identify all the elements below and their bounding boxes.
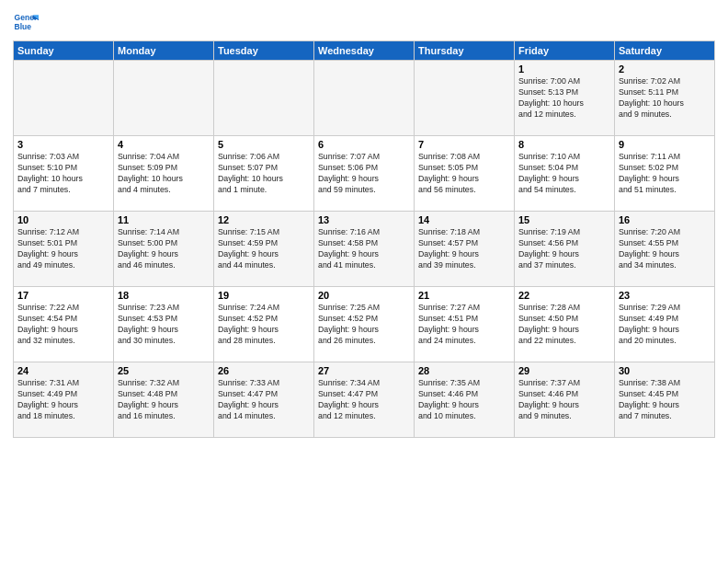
header-wednesday: Wednesday [314, 41, 415, 61]
day-info: Sunrise: 7:25 AM Sunset: 4:52 PM Dayligh… [318, 303, 410, 347]
day-number: 23 [619, 290, 711, 301]
calendar-cell: 5Sunrise: 7:06 AM Sunset: 5:07 PM Daylig… [214, 136, 314, 212]
day-info: Sunrise: 7:22 AM Sunset: 4:54 PM Dayligh… [17, 303, 109, 347]
logo-icon: General Blue [13, 9, 39, 35]
calendar-cell: 4Sunrise: 7:04 AM Sunset: 5:09 PM Daylig… [114, 136, 214, 212]
header-monday: Monday [114, 41, 214, 61]
day-info: Sunrise: 7:11 AM Sunset: 5:02 PM Dayligh… [619, 152, 711, 196]
calendar-cell: 30Sunrise: 7:38 AM Sunset: 4:45 PM Dayli… [615, 362, 715, 438]
day-number: 1 [518, 63, 610, 75]
calendar-cell: 25Sunrise: 7:32 AM Sunset: 4:48 PM Dayli… [114, 362, 214, 438]
day-info: Sunrise: 7:06 AM Sunset: 5:07 PM Dayligh… [218, 152, 310, 196]
day-info: Sunrise: 7:24 AM Sunset: 4:52 PM Dayligh… [218, 303, 310, 347]
week-row-1: 1Sunrise: 7:00 AM Sunset: 5:13 PM Daylig… [14, 61, 715, 136]
calendar-cell: 10Sunrise: 7:12 AM Sunset: 5:01 PM Dayli… [14, 212, 114, 287]
day-info: Sunrise: 7:18 AM Sunset: 4:57 PM Dayligh… [418, 227, 510, 271]
day-number: 28 [418, 365, 510, 376]
calendar-cell: 16Sunrise: 7:20 AM Sunset: 4:55 PM Dayli… [615, 212, 715, 287]
day-info: Sunrise: 7:03 AM Sunset: 5:10 PM Dayligh… [17, 152, 109, 196]
day-info: Sunrise: 7:08 AM Sunset: 5:05 PM Dayligh… [418, 152, 510, 196]
day-info: Sunrise: 7:14 AM Sunset: 5:00 PM Dayligh… [118, 227, 210, 271]
day-number: 15 [518, 214, 610, 225]
header-thursday: Thursday [415, 41, 515, 61]
day-number: 30 [619, 365, 711, 376]
week-row-2: 3Sunrise: 7:03 AM Sunset: 5:10 PM Daylig… [14, 136, 715, 212]
day-info: Sunrise: 7:27 AM Sunset: 4:51 PM Dayligh… [418, 303, 510, 347]
calendar-cell: 12Sunrise: 7:15 AM Sunset: 4:59 PM Dayli… [214, 212, 314, 287]
calendar-cell: 11Sunrise: 7:14 AM Sunset: 5:00 PM Dayli… [114, 212, 214, 287]
day-info: Sunrise: 7:02 AM Sunset: 5:11 PM Dayligh… [619, 76, 711, 121]
day-number: 18 [118, 290, 210, 301]
calendar-cell: 9Sunrise: 7:11 AM Sunset: 5:02 PM Daylig… [615, 136, 715, 212]
day-number: 25 [118, 365, 210, 376]
calendar-cell: 17Sunrise: 7:22 AM Sunset: 4:54 PM Dayli… [14, 287, 114, 362]
calendar-cell [14, 61, 114, 136]
day-info: Sunrise: 7:15 AM Sunset: 4:59 PM Dayligh… [218, 227, 310, 271]
header-tuesday: Tuesday [214, 41, 314, 61]
day-number: 3 [17, 139, 109, 150]
day-number: 17 [17, 290, 109, 301]
calendar-cell: 1Sunrise: 7:00 AM Sunset: 5:13 PM Daylig… [515, 61, 615, 136]
day-number: 12 [218, 214, 310, 225]
calendar-cell: 29Sunrise: 7:37 AM Sunset: 4:46 PM Dayli… [515, 362, 615, 438]
calendar-cell: 6Sunrise: 7:07 AM Sunset: 5:06 PM Daylig… [314, 136, 415, 212]
day-number: 13 [318, 214, 410, 225]
calendar-cell: 15Sunrise: 7:19 AM Sunset: 4:56 PM Dayli… [515, 212, 615, 287]
day-number: 4 [118, 139, 210, 150]
week-row-3: 10Sunrise: 7:12 AM Sunset: 5:01 PM Dayli… [14, 212, 715, 287]
calendar-cell: 23Sunrise: 7:29 AM Sunset: 4:49 PM Dayli… [615, 287, 715, 362]
header-friday: Friday [515, 41, 615, 61]
calendar-cell: 21Sunrise: 7:27 AM Sunset: 4:51 PM Dayli… [415, 287, 515, 362]
day-info: Sunrise: 7:23 AM Sunset: 4:53 PM Dayligh… [118, 303, 210, 347]
day-info: Sunrise: 7:20 AM Sunset: 4:55 PM Dayligh… [619, 227, 711, 271]
day-info: Sunrise: 7:10 AM Sunset: 5:04 PM Dayligh… [518, 152, 610, 196]
calendar-cell: 19Sunrise: 7:24 AM Sunset: 4:52 PM Dayli… [214, 287, 314, 362]
calendar-header-row: SundayMondayTuesdayWednesdayThursdayFrid… [14, 41, 715, 61]
day-number: 6 [318, 139, 410, 150]
day-info: Sunrise: 7:38 AM Sunset: 4:45 PM Dayligh… [619, 378, 711, 422]
day-number: 2 [619, 63, 711, 75]
week-row-4: 17Sunrise: 7:22 AM Sunset: 4:54 PM Dayli… [14, 287, 715, 362]
calendar-cell [214, 61, 314, 136]
day-info: Sunrise: 7:04 AM Sunset: 5:09 PM Dayligh… [118, 152, 210, 196]
calendar-cell: 22Sunrise: 7:28 AM Sunset: 4:50 PM Dayli… [515, 287, 615, 362]
day-number: 26 [218, 365, 310, 376]
day-info: Sunrise: 7:35 AM Sunset: 4:46 PM Dayligh… [418, 378, 510, 422]
day-number: 8 [518, 139, 610, 150]
day-info: Sunrise: 7:33 AM Sunset: 4:47 PM Dayligh… [218, 378, 310, 422]
day-info: Sunrise: 7:34 AM Sunset: 4:47 PM Dayligh… [318, 378, 410, 422]
calendar-cell: 20Sunrise: 7:25 AM Sunset: 4:52 PM Dayli… [314, 287, 415, 362]
day-info: Sunrise: 7:16 AM Sunset: 4:58 PM Dayligh… [318, 227, 410, 271]
day-number: 16 [619, 214, 711, 225]
day-number: 5 [218, 139, 310, 150]
calendar-cell: 7Sunrise: 7:08 AM Sunset: 5:05 PM Daylig… [415, 136, 515, 212]
day-info: Sunrise: 7:28 AM Sunset: 4:50 PM Dayligh… [518, 303, 610, 347]
page-container: General Blue SundayMondayTuesdayWednesda… [0, 0, 728, 443]
day-number: 10 [17, 214, 109, 225]
calendar-cell [114, 61, 214, 136]
day-info: Sunrise: 7:37 AM Sunset: 4:46 PM Dayligh… [518, 378, 610, 422]
calendar-cell: 8Sunrise: 7:10 AM Sunset: 5:04 PM Daylig… [515, 136, 615, 212]
day-number: 19 [218, 290, 310, 301]
week-row-5: 24Sunrise: 7:31 AM Sunset: 4:49 PM Dayli… [14, 362, 715, 438]
day-number: 7 [418, 139, 510, 150]
calendar-cell: 14Sunrise: 7:18 AM Sunset: 4:57 PM Dayli… [415, 212, 515, 287]
calendar-cell: 2Sunrise: 7:02 AM Sunset: 5:11 PM Daylig… [615, 61, 715, 136]
day-number: 21 [418, 290, 510, 301]
calendar-cell: 18Sunrise: 7:23 AM Sunset: 4:53 PM Dayli… [114, 287, 214, 362]
svg-text:Blue: Blue [15, 22, 32, 31]
day-info: Sunrise: 7:31 AM Sunset: 4:49 PM Dayligh… [17, 378, 109, 422]
header-saturday: Saturday [615, 41, 715, 61]
calendar-cell: 24Sunrise: 7:31 AM Sunset: 4:49 PM Dayli… [14, 362, 114, 438]
day-info: Sunrise: 7:32 AM Sunset: 4:48 PM Dayligh… [118, 378, 210, 422]
calendar-cell: 27Sunrise: 7:34 AM Sunset: 4:47 PM Dayli… [314, 362, 415, 438]
day-number: 9 [619, 139, 711, 150]
calendar-cell: 3Sunrise: 7:03 AM Sunset: 5:10 PM Daylig… [14, 136, 114, 212]
day-number: 29 [518, 365, 610, 376]
day-number: 24 [17, 365, 109, 376]
day-info: Sunrise: 7:00 AM Sunset: 5:13 PM Dayligh… [518, 76, 610, 121]
header: General Blue [13, 9, 715, 35]
day-info: Sunrise: 7:29 AM Sunset: 4:49 PM Dayligh… [619, 303, 711, 347]
calendar-cell [415, 61, 515, 136]
day-number: 27 [318, 365, 410, 376]
